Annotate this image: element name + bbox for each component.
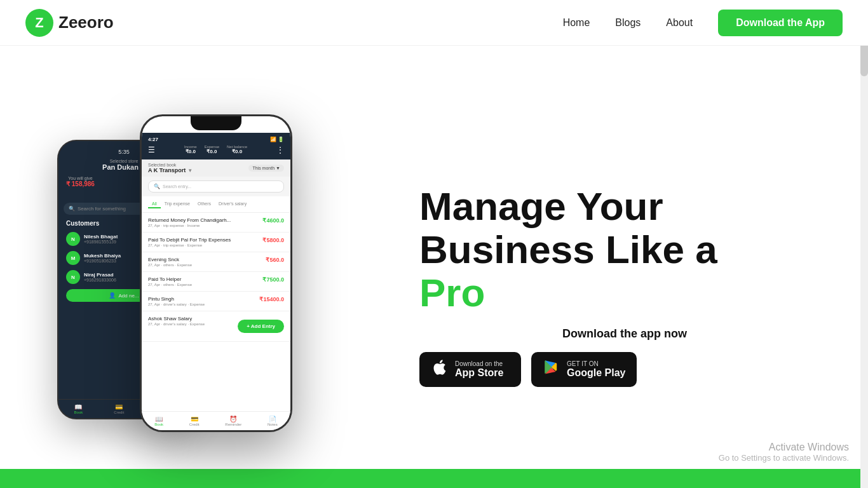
activate-windows-watermark: Activate Windows Go to Settings to activ…: [719, 442, 849, 463]
pb-give-stat: You will give ₹ 158,986: [66, 176, 95, 187]
pf-book-row: Selected book A K Transport ▼ This month…: [142, 159, 290, 177]
tab-all[interactable]: All: [148, 200, 161, 208]
tab-others[interactable]: Others: [194, 200, 215, 208]
avatar: N: [66, 270, 80, 284]
list-item: Paid To Debjit Pal For Trip Expenses 27,…: [142, 233, 290, 252]
app-buttons: Download on the App Store GET IT ON: [419, 352, 830, 387]
pf-tabs: All Trip expense Others Driver's salary: [142, 196, 290, 213]
pf-nav-notes: 📄 Notes: [268, 416, 278, 426]
pb-nav-book: 📖 Book: [74, 403, 83, 414]
hero-subtitle: Download the app now: [419, 327, 830, 341]
list-item: Returned Money From Chandigarh... 27, Ap…: [142, 213, 290, 233]
phones-container: 5:35 Selected store Pan Dukan ▼ You will…: [38, 114, 381, 483]
app-store-button[interactable]: Download on the App Store: [419, 352, 521, 387]
hero-section: 5:35 Selected store Pan Dukan ▼ You will…: [0, 46, 868, 488]
about-link[interactable]: About: [666, 17, 693, 29]
list-item: Evening Snck 27, Apr · others · Expense …: [142, 252, 290, 272]
logo: Z Zeeoro: [25, 9, 114, 37]
nav-links: Home Blogs About Download the App: [563, 10, 843, 36]
pf-add-entry-button[interactable]: + Add Entry: [238, 320, 284, 333]
pf-this-month[interactable]: This month ▼: [248, 165, 284, 172]
pf-entries: Returned Money From Chandigarh... 27, Ap…: [142, 213, 290, 342]
pf-nav-credit: 💳 Credit: [189, 416, 200, 426]
list-item: Pintu Singh 27, Apr · driver's salary · …: [142, 292, 290, 311]
pf-search-row: 🔍 Search entry...: [142, 177, 290, 196]
google-play-button[interactable]: GET IT ON Google Play: [531, 352, 637, 387]
navbar: Z Zeeoro Home Blogs About Download the A…: [0, 0, 868, 46]
tab-drivers-salary[interactable]: Driver's salary: [215, 200, 250, 208]
tab-trip-expense[interactable]: Trip expense: [161, 200, 194, 208]
pf-bottom-nav: 📖 Book 💳 Credit ⏰ Reminder 📄 Notes: [142, 411, 290, 430]
logo-icon: Z: [25, 9, 53, 37]
pf-header: 4:27 📶 🔋 ☰ Income ₹0.0 Expense: [142, 133, 290, 159]
scrollbar-track: [860, 0, 868, 488]
phone-front: 4:27 📶 🔋 ☰ Income ₹0.0 Expense: [140, 114, 292, 432]
pb-nav-credit: 💳 Credit: [114, 403, 124, 414]
avatar: M: [66, 251, 80, 265]
home-link[interactable]: Home: [563, 17, 590, 29]
hero-title: Manage Your Business Like a Pro: [419, 185, 830, 315]
hero-text: Manage Your Business Like a Pro Download…: [381, 185, 830, 413]
pf-search-box[interactable]: 🔍 Search entry...: [148, 180, 284, 193]
google-play-icon: [543, 358, 560, 381]
avatar: N: [66, 232, 80, 246]
pf-nav-reminder: ⏰ Reminder: [225, 416, 241, 426]
pf-nav-book: 📖 Book: [154, 416, 163, 426]
download-app-button[interactable]: Download the App: [718, 10, 843, 36]
blogs-link[interactable]: Blogs: [615, 17, 641, 29]
apple-icon: [431, 358, 449, 381]
phone-notch: [191, 116, 241, 130]
footer-bar: [0, 469, 868, 488]
pf-screen: 4:27 📶 🔋 ☰ Income ₹0.0 Expense: [142, 116, 290, 430]
logo-text: Zeeoro: [58, 13, 114, 32]
list-item: Paid To Helper 27, Apr · others · Expens…: [142, 272, 290, 292]
list-item: Ashok Shaw Salary 27, Apr · driver's sal…: [142, 311, 290, 342]
